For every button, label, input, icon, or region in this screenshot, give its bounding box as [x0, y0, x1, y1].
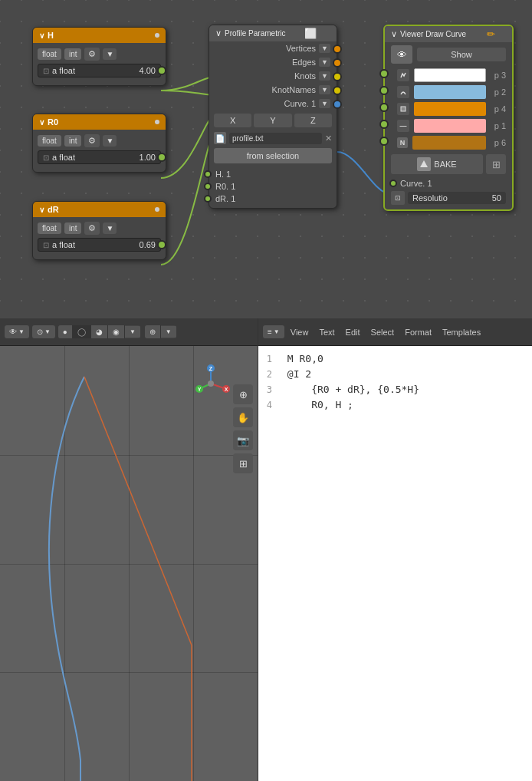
vp-sphere-btn[interactable]: ●: [58, 325, 73, 338]
profile-knots-dropdown[interactable]: ▼: [319, 71, 330, 81]
text-mode-icon: ≡: [268, 328, 272, 336]
viewer-resolution-field[interactable]: Resolutio 50: [408, 192, 506, 204]
profile-params: H. 1 R0. 1 dR. 1: [209, 166, 337, 208]
viewport-toolbar: 👁 ▼ ⊙ ▼ ● ◯ ◕ ◉ ▼ ⊕ ▼: [0, 318, 258, 346]
bake-label: BAKE: [434, 160, 456, 169]
node-H-caret-btn[interactable]: ▼: [103, 48, 117, 60]
node-H-float-btn[interactable]: float: [38, 48, 61, 60]
node-R0-label: a float: [52, 153, 75, 162]
viewport[interactable]: 👁 ▼ ⊙ ▼ ● ◯ ◕ ◉ ▼ ⊕ ▼: [0, 318, 258, 781]
vp-rendered-btn[interactable]: ◉: [108, 325, 125, 338]
viewer-swatch-2[interactable]: [414, 102, 486, 116]
text-menu-view[interactable]: View: [286, 325, 314, 339]
vp-caret-btn[interactable]: ▼: [125, 326, 140, 338]
profile-H-label: H. 1: [215, 170, 231, 179]
node-dR-value-field[interactable]: ⊡ a float 0.69: [38, 238, 161, 252]
profile-x-btn[interactable]: X: [214, 114, 251, 127]
profile-curve-dropdown[interactable]: ▼: [319, 99, 330, 108]
profile-export-icon: ⬜: [304, 28, 317, 39]
text-menu-text[interactable]: Text: [314, 325, 339, 339]
bottom-area: 👁 ▼ ⊙ ▼ ● ◯ ◕ ◉ ▼ ⊕ ▼: [0, 318, 532, 781]
vp-solid-btn[interactable]: ◕: [91, 325, 108, 338]
viewer-bake-btn[interactable]: BAKE: [391, 154, 483, 174]
profile-file-name[interactable]: profile.txt: [229, 133, 322, 144]
collapse-icon-dr: ∨: [39, 206, 44, 214]
profile-vertices-dropdown[interactable]: ▼: [319, 44, 330, 53]
profile-y-btn[interactable]: Y: [254, 114, 291, 127]
profile-from-selection-btn[interactable]: from selection: [214, 148, 332, 163]
node-dR-int-btn[interactable]: int: [64, 222, 82, 234]
node-R0-float-btn[interactable]: float: [38, 135, 61, 147]
viewer-color-row-2: p 4: [385, 101, 512, 117]
viewer-resolution-label: Resolutio: [412, 193, 448, 203]
viewer-resolution-value: 50: [492, 193, 501, 203]
viewer-color-3-icon: —: [397, 120, 409, 132]
profile-z-btn[interactable]: Z: [294, 114, 332, 127]
viewer-socket-2: [379, 103, 389, 112]
node-R0-gear-btn[interactable]: ⚙: [84, 134, 100, 147]
viewer-n-icon: N: [397, 137, 408, 148]
node-H-value-field[interactable]: ⊡ a float 4.00: [38, 64, 161, 77]
vp-view-btn[interactable]: 👁 ▼: [5, 325, 29, 338]
node-dR-title: dR: [48, 205, 59, 214]
viewer-p-label-1: p 2: [491, 87, 506, 97]
viewer-swatch-3[interactable]: [414, 119, 486, 133]
vp-wire-btn[interactable]: ◯: [73, 325, 91, 338]
profile-param-R0: R0. 1: [215, 180, 330, 193]
node-R0-int-btn[interactable]: int: [64, 135, 82, 147]
node-dR-caret-btn[interactable]: ▼: [103, 222, 117, 234]
viewer-color-row-1: p 2: [385, 84, 512, 101]
code-line-4: 4 R0, H ;: [258, 398, 532, 414]
viewer-swatch-0[interactable]: [414, 68, 486, 82]
text-mode-btn[interactable]: ≡ ▼: [263, 325, 284, 338]
node-viewer-header: ∨ Viewer Draw Curve ✏: [385, 26, 512, 42]
viewer-eye-icon: 👁: [391, 45, 412, 64]
vp-mode-btn[interactable]: ⊙ ▼: [32, 325, 55, 338]
node-H-title: H: [48, 31, 54, 40]
profile-H-socket: [204, 170, 212, 178]
profile-file-close[interactable]: ✕: [325, 133, 332, 143]
node-H-menu[interactable]: [155, 33, 159, 38]
viewer-color-row-4: N p 6: [385, 134, 512, 151]
profile-knotnames-socket: [333, 86, 342, 95]
viewer-socket-4: [379, 137, 389, 146]
text-menu-format[interactable]: Format: [400, 325, 436, 339]
node-R0-menu[interactable]: [155, 120, 159, 124]
profile-knotnames-dropdown[interactable]: ▼: [319, 85, 330, 94]
viewer-color-1-icon: [397, 86, 409, 98]
profile-xyz-row: X Y Z: [209, 110, 337, 130]
viewer-swatch-1[interactable]: [414, 85, 486, 99]
text-menu-select[interactable]: Select: [366, 325, 399, 339]
vp-overlay-btn[interactable]: ⊕: [145, 325, 161, 338]
node-dR-gear-btn[interactable]: ⚙: [84, 222, 100, 235]
text-menu-templates[interactable]: Templates: [438, 325, 485, 339]
viewer-show-btn[interactable]: Show: [417, 48, 506, 61]
node-R0-caret-btn[interactable]: ▼: [103, 135, 117, 147]
node-H-int-btn[interactable]: int: [64, 48, 82, 60]
vp-mode-caret: ▼: [44, 328, 51, 335]
node-R0-icon: ⊡: [43, 153, 49, 162]
viewer-p-label-2: p 4: [491, 104, 506, 114]
node-dR-float-btn[interactable]: float: [38, 222, 61, 234]
profile-knots-socket: [333, 72, 342, 81]
line-code-3: {R0 + dR}, {0.5*H}: [281, 384, 419, 395]
node-R0-value-field[interactable]: ⊡ a float 1.00: [38, 150, 161, 164]
node-dR-label: a float: [52, 240, 75, 249]
node-dR-menu[interactable]: [155, 207, 159, 212]
node-dR-value: 0.69: [140, 240, 156, 249]
vp-overlay-caret[interactable]: ▼: [161, 326, 176, 338]
node-H-gear-btn[interactable]: ⚙: [84, 48, 100, 61]
svg-rect-3: [401, 107, 406, 111]
text-content[interactable]: 1 M R0,0 2 @I 2 3 {R0 + dR}, {0.5*H} 4 R…: [258, 346, 532, 781]
node-H-type-row: float int ⚙ ▼: [38, 48, 161, 61]
viewer-swatch-4[interactable]: [412, 136, 486, 150]
profile-curve-label: Curve. 1: [284, 99, 317, 108]
viewer-settings-btn[interactable]: ⊞: [486, 154, 506, 174]
text-menu-edit[interactable]: Edit: [341, 325, 365, 339]
node-R0-body: float int ⚙ ▼ ⊡ a float 1.00: [33, 130, 166, 172]
profile-edges-dropdown[interactable]: ▼: [319, 58, 330, 67]
node-R0-title: R0: [48, 117, 58, 127]
node-profile-title: Profile Parametric: [225, 29, 285, 38]
profile-row-edges: Edges ▼: [209, 55, 337, 69]
node-dR-type-row: float int ⚙ ▼: [38, 222, 161, 235]
